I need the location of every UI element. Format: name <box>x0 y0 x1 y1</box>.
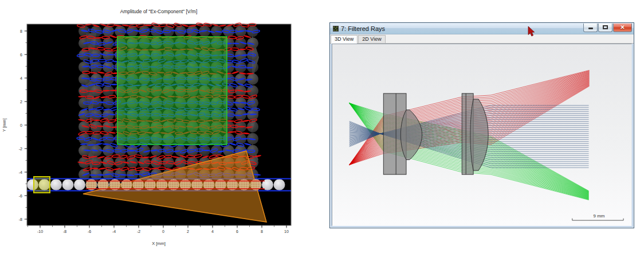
minimize-icon <box>588 28 593 29</box>
window-title: 7: Filtered Rays <box>341 24 583 34</box>
svg-text:2: 2 <box>20 100 22 104</box>
y-axis-label: Y [mm] <box>2 118 7 132</box>
svg-text:4: 4 <box>20 76 22 80</box>
tab-2d-view[interactable]: 2D View <box>358 35 385 43</box>
window-controls: ✕ <box>583 24 632 32</box>
svg-text:6: 6 <box>20 53 22 57</box>
ray-view-content[interactable]: 9 mm <box>332 44 632 226</box>
filtered-rays-window: 7: Filtered Rays ✕ 3D View2D View 9 mm <box>329 22 634 228</box>
maximize-icon <box>603 25 608 29</box>
svg-text:-2: -2 <box>137 229 140 233</box>
scale-bar: 9 mm <box>572 213 623 220</box>
svg-text:-8: -8 <box>19 217 22 221</box>
detector-region[interactable] <box>117 37 227 145</box>
close-icon: ✕ <box>620 25 625 30</box>
window-border-frame: 9 mm <box>330 44 634 228</box>
selection-marker[interactable] <box>34 177 50 193</box>
view-tabbar: 3D View2D View <box>330 34 634 44</box>
svg-text:10: 10 <box>284 229 289 233</box>
svg-text:-4: -4 <box>19 170 22 174</box>
minimize-button[interactable] <box>583 24 598 32</box>
svg-text:-4: -4 <box>112 229 116 233</box>
screenshot-root: { "left_plot": { "title": "Amplitude of … <box>0 0 644 257</box>
svg-text:4: 4 <box>211 229 214 233</box>
field-plot-canvas: Amplitude of "Ex-Component" [V/m] -10-8-… <box>0 0 321 257</box>
svg-text:-6: -6 <box>88 229 91 233</box>
field-plot-panel: Amplitude of "Ex-Component" [V/m] -10-8-… <box>0 0 321 257</box>
svg-text:8: 8 <box>261 229 263 233</box>
x-axis-label: X [mm] <box>152 241 166 246</box>
svg-text:2: 2 <box>187 229 189 233</box>
svg-text:0: 0 <box>20 123 22 127</box>
plot-title: Amplitude of "Ex-Component" [V/m] <box>120 9 198 14</box>
window-app-icon <box>333 26 339 32</box>
tab-3d-view[interactable]: 3D View <box>331 35 358 44</box>
ray-trace-canvas: 9 mm <box>332 44 631 225</box>
svg-text:-6: -6 <box>19 194 22 198</box>
scale-bar-label: 9 mm <box>594 213 605 219</box>
svg-text:-10: -10 <box>37 229 43 233</box>
window-titlebar[interactable]: 7: Filtered Rays ✕ <box>330 23 634 34</box>
close-button[interactable]: ✕ <box>613 24 632 32</box>
svg-text:0: 0 <box>162 229 164 233</box>
lens-biconvex-2[interactable] <box>470 99 488 170</box>
maximize-button[interactable] <box>598 24 612 32</box>
svg-text:-8: -8 <box>63 229 66 233</box>
svg-text:8: 8 <box>20 29 22 33</box>
svg-text:6: 6 <box>236 229 238 233</box>
svg-text:-2: -2 <box>19 147 22 151</box>
